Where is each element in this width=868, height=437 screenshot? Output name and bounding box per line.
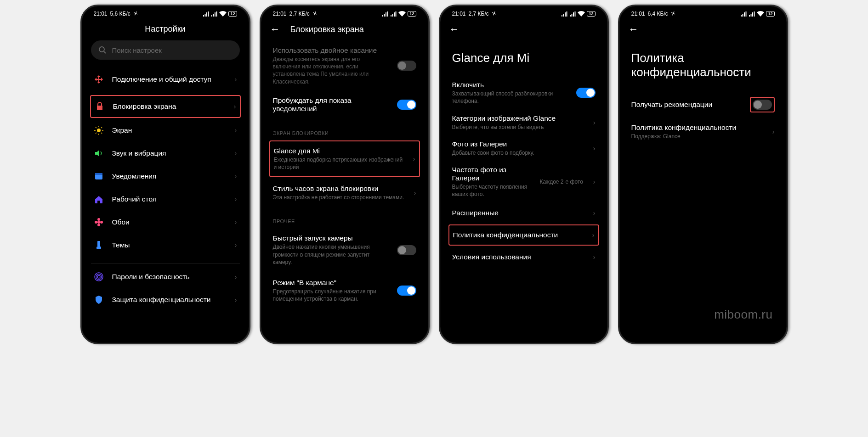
section-lockscreen: ЭКРАН БЛОКИРОВКИ: [270, 119, 419, 140]
status-bar: 21:012,7 КБ/с✕ 12: [261, 6, 428, 20]
svg-point-22: [96, 274, 102, 280]
item-wake[interactable]: Пробуждать для показа уведомлений: [270, 90, 419, 119]
item-connection[interactable]: Подключение и общий доступ ›: [91, 68, 240, 91]
search-icon: [98, 46, 107, 54]
item-home[interactable]: Рабочий стол ›: [91, 188, 240, 211]
signal-icon: [561, 11, 567, 17]
status-time: 21:01: [631, 11, 645, 17]
status-time: 21:01: [94, 11, 108, 17]
flower-icon: [94, 217, 104, 227]
section-other: ПРОЧЕЕ: [270, 207, 419, 228]
wifi-icon: [757, 11, 764, 17]
item-label: Режим "В кармане": [273, 279, 389, 287]
item-glance[interactable]: Glance для Mi Ежедневная подборка потряс…: [269, 140, 420, 177]
home-icon: [94, 194, 104, 204]
svg-point-15: [97, 218, 100, 221]
chevron-right-icon: ›: [593, 145, 596, 152]
chevron-right-icon: ›: [413, 155, 415, 162]
item-frequency[interactable]: Частота фото из Галереи Выберите частоту…: [449, 161, 598, 202]
item-label: Звук и вибрация: [112, 149, 227, 157]
item-pocket[interactable]: Режим "В кармане" Предотвращать случайны…: [270, 272, 419, 309]
back-button[interactable]: ←: [629, 23, 639, 35]
item-label: Пароли и безопасность: [112, 273, 227, 281]
item-notifications[interactable]: Уведомления ›: [91, 165, 240, 188]
status-speed: 6,4 КБ/с: [648, 11, 668, 17]
phone-glance: 21:012,7 КБ/с✕ 12 ← Glance для Mi Включи…: [439, 5, 609, 344]
divider: [91, 93, 240, 93]
chevron-right-icon: ›: [592, 231, 595, 239]
status-speed: 2,7 КБ/с: [469, 11, 489, 17]
item-label: Подключение и общий доступ: [112, 75, 227, 84]
status-time: 21:01: [273, 11, 287, 17]
svg-line-10: [96, 133, 96, 134]
item-camera[interactable]: Быстрый запуск камеры Двойное нажатие кн…: [270, 228, 419, 272]
item-sub: Поддержка: Glance: [631, 133, 764, 140]
item-advanced[interactable]: Расширенные ›: [449, 202, 598, 224]
item-themes[interactable]: Темы ›: [91, 234, 240, 257]
item-sub: Добавьте свои фото в подборку.: [452, 149, 585, 157]
item-privacy-link[interactable]: Политика конфиденциальности Поддержка: G…: [629, 119, 777, 145]
item-label: Быстрый запуск камеры: [273, 234, 389, 242]
speaker-icon: [94, 148, 104, 158]
item-passwords[interactable]: Пароли и безопасность ›: [91, 265, 240, 288]
chevron-right-icon: ›: [593, 119, 596, 126]
item-sound[interactable]: Звук и вибрация ›: [91, 142, 240, 165]
svg-line-8: [96, 127, 96, 128]
item-privacy-policy[interactable]: Политика конфиденциальности ›: [448, 224, 599, 246]
toggle-camera[interactable]: [397, 245, 416, 255]
search-placeholder: Поиск настроек: [112, 46, 162, 54]
battery-icon: 12: [408, 11, 416, 17]
item-gallery[interactable]: Фото из Галереи Добавьте свои фото в под…: [449, 135, 598, 161]
chevron-right-icon: ›: [235, 218, 237, 226]
item-terms[interactable]: Условия использования ›: [449, 247, 598, 268]
page-title: Glance для Mi: [440, 42, 607, 76]
item-sub: Ежедневная подборка потрясающих изображе…: [274, 156, 405, 171]
back-button[interactable]: ←: [449, 23, 460, 35]
item-sub: Дважды коснитесь экрана для его включени…: [273, 56, 389, 85]
toggle-enable[interactable]: [576, 88, 596, 98]
chevron-right-icon: ›: [235, 196, 237, 203]
signal-icon: [749, 11, 755, 17]
item-label: Уведомления: [112, 172, 227, 180]
signal-icon: [390, 11, 397, 17]
toggle-recommendations[interactable]: [753, 100, 772, 110]
chevron-right-icon: ›: [235, 173, 237, 180]
vibrate-icon: ✕: [312, 10, 318, 18]
item-label: Политика конфиденциальности: [453, 231, 584, 239]
item-privacy[interactable]: Защита конфиденциальности ›: [91, 288, 240, 311]
page-header: ←: [440, 20, 607, 42]
battery-icon: 12: [766, 11, 774, 17]
toggle-wake[interactable]: [397, 100, 416, 110]
item-enable[interactable]: Включить Захватывающий способ разблокиро…: [449, 76, 598, 109]
item-lockscreen[interactable]: Блокировка экрана ›: [90, 95, 241, 118]
svg-point-17: [95, 221, 97, 224]
item-display[interactable]: Экран ›: [91, 119, 240, 142]
svg-point-18: [100, 221, 103, 224]
item-label: Расширенные: [452, 209, 585, 217]
signal-icon: [203, 11, 209, 17]
item-categories[interactable]: Категории изображений Glance Выберите, ч…: [449, 110, 598, 135]
signal-icon: [569, 11, 576, 17]
item-doubletap[interactable]: Использовать двойное касание Дважды косн…: [270, 42, 419, 90]
item-clockstyle[interactable]: Стиль часов экрана блокировки Эта настро…: [270, 178, 419, 207]
chevron-right-icon: ›: [234, 103, 236, 110]
item-wallpaper[interactable]: Обои ›: [91, 211, 240, 234]
back-button[interactable]: ←: [270, 23, 280, 35]
item-label: Блокировка экрана: [113, 102, 226, 111]
vibrate-icon: ✕: [670, 10, 676, 18]
item-label: Частота фото из Галереи: [452, 166, 532, 182]
toggle-doubletap[interactable]: [397, 61, 416, 71]
chevron-right-icon: ›: [235, 241, 237, 249]
brush-icon: [94, 240, 104, 250]
toggle-pocket[interactable]: [397, 286, 416, 296]
page-header: ←: [619, 20, 787, 42]
search-input[interactable]: Поиск настроек: [91, 40, 240, 60]
item-recommendations[interactable]: Получать рекомендации: [629, 90, 777, 119]
status-time: 21:01: [452, 11, 466, 17]
svg-point-14: [97, 221, 100, 224]
wifi-icon: [398, 11, 406, 17]
svg-point-0: [99, 47, 104, 52]
status-bar: 21:012,7 КБ/с✕ 12: [440, 6, 607, 20]
lock-icon: [95, 101, 105, 112]
page-title: Политика конфиденциальности: [619, 42, 787, 90]
